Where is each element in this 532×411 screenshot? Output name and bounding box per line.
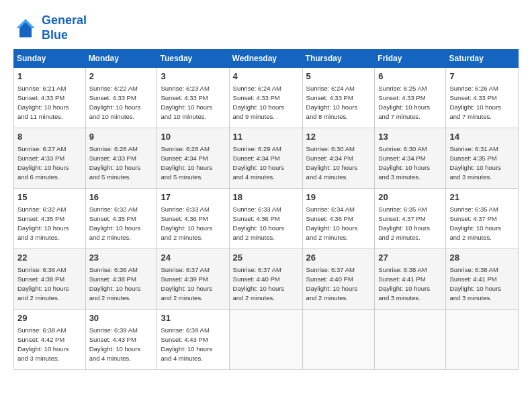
day-number: 26 <box>306 252 371 264</box>
day-number: 31 <box>161 312 225 324</box>
day-number: 29 <box>17 312 82 324</box>
calendar-day-cell <box>302 310 375 370</box>
calendar-day-cell: 4Sunrise: 6:24 AM Sunset: 4:33 PM Daylig… <box>229 68 302 128</box>
logo-icon <box>13 16 38 40</box>
day-info: Sunrise: 6:32 AM Sunset: 4:35 PM Dayligh… <box>17 205 82 242</box>
weekday-header-row: SundayMondayTuesdayWednesdayThursdayFrid… <box>14 50 519 68</box>
day-info: Sunrise: 6:21 AM Sunset: 4:33 PM Dayligh… <box>17 84 82 121</box>
calendar-day-cell <box>229 310 302 370</box>
day-info: Sunrise: 6:28 AM Sunset: 4:33 PM Dayligh… <box>89 144 154 181</box>
calendar-day-cell: 31Sunrise: 6:39 AM Sunset: 4:43 PM Dayli… <box>157 310 229 370</box>
day-number: 2 <box>89 71 154 83</box>
calendar-day-cell <box>446 310 519 370</box>
day-number: 5 <box>306 71 371 83</box>
calendar-week-row: 29Sunrise: 6:38 AM Sunset: 4:42 PM Dayli… <box>14 310 519 370</box>
day-number: 24 <box>161 252 225 264</box>
day-info: Sunrise: 6:39 AM Sunset: 4:43 PM Dayligh… <box>161 326 225 363</box>
calendar-header: SundayMondayTuesdayWednesdayThursdayFrid… <box>14 50 519 68</box>
day-info: Sunrise: 6:36 AM Sunset: 4:38 PM Dayligh… <box>89 265 154 302</box>
day-number: 22 <box>17 252 82 264</box>
day-info: Sunrise: 6:33 AM Sunset: 4:36 PM Dayligh… <box>161 205 225 242</box>
weekday-header: Sunday <box>14 50 86 68</box>
day-number: 13 <box>378 131 442 143</box>
calendar-day-cell: 22Sunrise: 6:36 AM Sunset: 4:38 PM Dayli… <box>14 249 86 310</box>
calendar-day-cell: 30Sunrise: 6:39 AM Sunset: 4:43 PM Dayli… <box>85 310 157 370</box>
calendar-day-cell: 24Sunrise: 6:37 AM Sunset: 4:39 PM Dayli… <box>157 249 229 310</box>
day-info: Sunrise: 6:24 AM Sunset: 4:33 PM Dayligh… <box>306 84 371 121</box>
day-number: 1 <box>17 71 82 83</box>
day-number: 10 <box>161 131 225 143</box>
day-info: Sunrise: 6:35 AM Sunset: 4:37 PM Dayligh… <box>378 205 442 242</box>
day-number: 30 <box>89 312 154 324</box>
calendar-day-cell: 2Sunrise: 6:22 AM Sunset: 4:33 PM Daylig… <box>85 68 157 128</box>
calendar-body: 1Sunrise: 6:21 AM Sunset: 4:33 PM Daylig… <box>14 68 519 370</box>
day-info: Sunrise: 6:24 AM Sunset: 4:33 PM Dayligh… <box>233 84 299 121</box>
calendar-day-cell: 21Sunrise: 6:35 AM Sunset: 4:37 PM Dayli… <box>446 189 519 249</box>
day-number: 18 <box>233 191 299 203</box>
day-number: 15 <box>17 191 82 203</box>
calendar-day-cell: 3Sunrise: 6:23 AM Sunset: 4:33 PM Daylig… <box>157 68 229 128</box>
day-info: Sunrise: 6:31 AM Sunset: 4:35 PM Dayligh… <box>449 144 515 181</box>
calendar-week-row: 1Sunrise: 6:21 AM Sunset: 4:33 PM Daylig… <box>14 68 519 128</box>
calendar-day-cell: 11Sunrise: 6:29 AM Sunset: 4:34 PM Dayli… <box>229 128 302 189</box>
day-info: Sunrise: 6:34 AM Sunset: 4:36 PM Dayligh… <box>306 205 371 242</box>
day-number: 25 <box>233 252 299 264</box>
day-number: 8 <box>17 131 82 143</box>
calendar-day-cell: 15Sunrise: 6:32 AM Sunset: 4:35 PM Dayli… <box>14 189 86 249</box>
day-number: 28 <box>449 252 515 264</box>
day-info: Sunrise: 6:38 AM Sunset: 4:42 PM Dayligh… <box>17 326 82 363</box>
day-number: 3 <box>161 71 225 83</box>
day-number: 23 <box>89 252 154 264</box>
day-info: Sunrise: 6:29 AM Sunset: 4:34 PM Dayligh… <box>233 144 299 181</box>
day-info: Sunrise: 6:39 AM Sunset: 4:43 PM Dayligh… <box>89 326 154 363</box>
day-number: 19 <box>306 191 371 203</box>
day-info: Sunrise: 6:32 AM Sunset: 4:35 PM Dayligh… <box>89 205 154 242</box>
day-number: 9 <box>89 131 154 143</box>
day-info: Sunrise: 6:22 AM Sunset: 4:33 PM Dayligh… <box>89 84 154 121</box>
day-number: 11 <box>233 131 299 143</box>
calendar-day-cell: 25Sunrise: 6:37 AM Sunset: 4:40 PM Dayli… <box>229 249 302 310</box>
logo-text: General Blue <box>42 13 87 42</box>
calendar-day-cell <box>375 310 446 370</box>
calendar-day-cell: 20Sunrise: 6:35 AM Sunset: 4:37 PM Dayli… <box>375 189 446 249</box>
day-info: Sunrise: 6:38 AM Sunset: 4:41 PM Dayligh… <box>378 265 442 302</box>
calendar-day-cell: 1Sunrise: 6:21 AM Sunset: 4:33 PM Daylig… <box>14 68 86 128</box>
day-number: 17 <box>161 191 225 203</box>
calendar-day-cell: 9Sunrise: 6:28 AM Sunset: 4:33 PM Daylig… <box>85 128 157 189</box>
calendar-day-cell: 16Sunrise: 6:32 AM Sunset: 4:35 PM Dayli… <box>85 189 157 249</box>
day-number: 6 <box>378 71 442 83</box>
day-number: 12 <box>306 131 371 143</box>
calendar-week-row: 15Sunrise: 6:32 AM Sunset: 4:35 PM Dayli… <box>14 189 519 249</box>
day-info: Sunrise: 6:37 AM Sunset: 4:40 PM Dayligh… <box>306 265 371 302</box>
calendar-day-cell: 26Sunrise: 6:37 AM Sunset: 4:40 PM Dayli… <box>302 249 375 310</box>
calendar-day-cell: 14Sunrise: 6:31 AM Sunset: 4:35 PM Dayli… <box>446 128 519 189</box>
logo: General Blue <box>13 13 87 42</box>
calendar-day-cell: 8Sunrise: 6:27 AM Sunset: 4:33 PM Daylig… <box>14 128 86 189</box>
weekday-header: Tuesday <box>157 50 229 68</box>
calendar-week-row: 8Sunrise: 6:27 AM Sunset: 4:33 PM Daylig… <box>14 128 519 189</box>
calendar-day-cell: 19Sunrise: 6:34 AM Sunset: 4:36 PM Dayli… <box>302 189 375 249</box>
calendar-day-cell: 12Sunrise: 6:30 AM Sunset: 4:34 PM Dayli… <box>302 128 375 189</box>
weekday-header: Thursday <box>302 50 375 68</box>
calendar-day-cell: 17Sunrise: 6:33 AM Sunset: 4:36 PM Dayli… <box>157 189 229 249</box>
calendar-day-cell: 5Sunrise: 6:24 AM Sunset: 4:33 PM Daylig… <box>302 68 375 128</box>
calendar-day-cell: 27Sunrise: 6:38 AM Sunset: 4:41 PM Dayli… <box>375 249 446 310</box>
day-info: Sunrise: 6:35 AM Sunset: 4:37 PM Dayligh… <box>449 205 515 242</box>
day-info: Sunrise: 6:27 AM Sunset: 4:33 PM Dayligh… <box>17 144 82 181</box>
calendar-day-cell: 29Sunrise: 6:38 AM Sunset: 4:42 PM Dayli… <box>14 310 86 370</box>
day-info: Sunrise: 6:28 AM Sunset: 4:34 PM Dayligh… <box>161 144 225 181</box>
day-number: 16 <box>89 191 154 203</box>
calendar-day-cell: 7Sunrise: 6:26 AM Sunset: 4:33 PM Daylig… <box>446 68 519 128</box>
calendar-day-cell: 10Sunrise: 6:28 AM Sunset: 4:34 PM Dayli… <box>157 128 229 189</box>
weekday-header: Wednesday <box>229 50 302 68</box>
calendar-day-cell: 6Sunrise: 6:25 AM Sunset: 4:33 PM Daylig… <box>375 68 446 128</box>
day-number: 7 <box>449 71 515 83</box>
page-header: General Blue <box>13 13 519 42</box>
weekday-header: Saturday <box>446 50 519 68</box>
day-info: Sunrise: 6:26 AM Sunset: 4:33 PM Dayligh… <box>449 84 515 121</box>
weekday-header: Monday <box>85 50 157 68</box>
calendar-day-cell: 28Sunrise: 6:38 AM Sunset: 4:41 PM Dayli… <box>446 249 519 310</box>
day-number: 20 <box>378 191 442 203</box>
day-number: 4 <box>233 71 299 83</box>
day-number: 21 <box>449 191 515 203</box>
